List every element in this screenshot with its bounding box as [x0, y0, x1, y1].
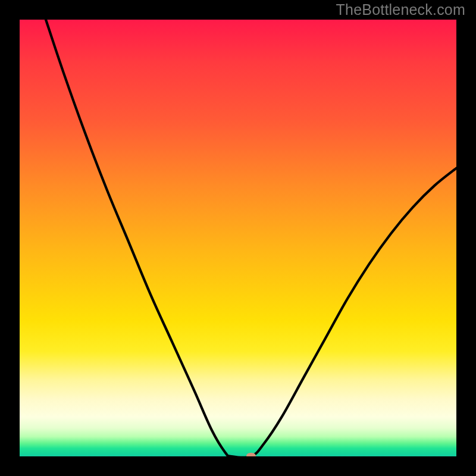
curve-path: [46, 20, 456, 456]
chart-stage: TheBottleneck.com: [0, 0, 476, 476]
optimal-point-marker: [246, 453, 256, 456]
watermark-text: TheBottleneck.com: [336, 1, 465, 18]
bottleneck-curve: [20, 20, 456, 456]
plot-area: [20, 20, 456, 456]
